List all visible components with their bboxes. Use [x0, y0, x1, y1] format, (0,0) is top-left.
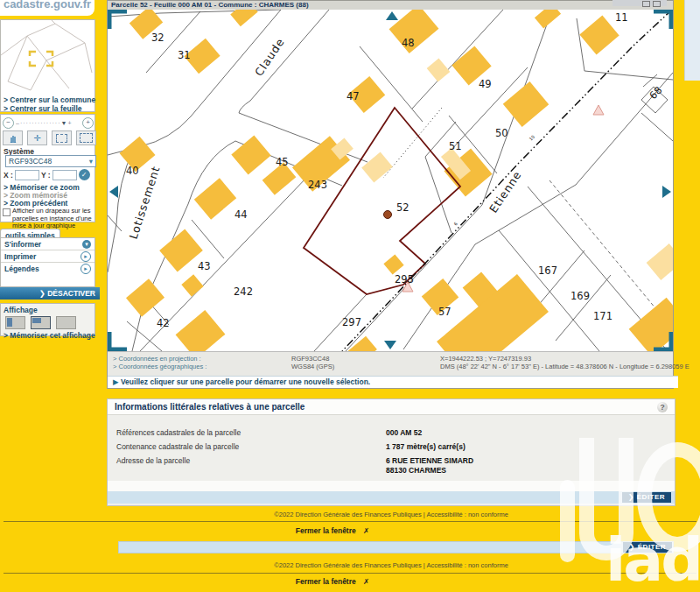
legendes-label: Légendes	[4, 264, 39, 273]
contenance-label: Contenance cadastrale de la parcelle	[116, 442, 239, 451]
parcel-label-45: 45	[276, 156, 289, 168]
coords-geo-label: > Coordonnées géographiques :	[113, 363, 206, 370]
parcel-label-51: 51	[449, 140, 462, 152]
parcel-label-167: 167	[538, 264, 557, 277]
minimap-panel: > Centrer sur la commune > Centrer sur l…	[0, 19, 95, 112]
parcel-label-50: 50	[495, 127, 508, 139]
selection-point-marker	[384, 211, 392, 219]
adresse-value-line1: 6 RUE ETIENNE SIMARD	[386, 456, 473, 465]
parcel-label-297: 297	[342, 316, 361, 328]
parcel-label-42: 42	[157, 317, 170, 329]
parcel-label-243: 243	[308, 179, 327, 191]
window-controls-strip	[612, 0, 667, 6]
parcel-label-295: 295	[395, 273, 414, 285]
ref-value: 000 AM 52	[386, 428, 422, 437]
x-input[interactable]	[15, 170, 39, 180]
coords-geo-system: WGS84 (GPS)	[291, 363, 334, 370]
parcel-label-11: 11	[615, 11, 628, 24]
accordion-sinformer[interactable]: S'informer ▾	[1, 238, 94, 250]
goto-xy-button[interactable]: ✓	[79, 169, 90, 180]
minimap[interactable]	[1, 20, 94, 92]
expand-icon[interactable]: ▸	[80, 264, 91, 274]
affichage-title: Affichage	[1, 304, 94, 314]
close-icon[interactable]: ✗	[363, 577, 369, 586]
accordion-panel: S'informer ▾ Imprimer ▸ Légendes ▸	[0, 237, 95, 287]
cadastre-map[interactable]: 3231484749115051684540243524443242422952…	[108, 10, 673, 351]
editer-button-2[interactable]: ❯ ÉDITER	[623, 542, 672, 553]
zoom-out-icon[interactable]: −	[3, 117, 14, 129]
affichage-panel: Affichage > Mémoriser cet affichage	[0, 303, 95, 336]
coords-proj-system: RGF93CC48	[291, 355, 329, 363]
memorize-display-link[interactable]: > Mémoriser cet affichage	[1, 331, 94, 340]
adresse-label: Adresse de la parcelle	[116, 456, 190, 465]
help-icon[interactable]: ?	[657, 402, 668, 412]
coords-geo-value: DMS (48° 22' 42" N - 6° 17' 53" E) - Lat…	[440, 363, 690, 370]
parcel-label-169: 169	[570, 290, 590, 302]
system-value: RGF93CC48	[9, 157, 52, 166]
parcel-label-52: 52	[396, 201, 410, 214]
coords-proj-label: > Coordonnées en projection :	[113, 355, 201, 363]
parcel-label-49: 49	[479, 78, 492, 90]
chevron-down-icon: ▾	[89, 157, 93, 166]
tools-panel: − –··············▼+ + ✛ Système RGF93CC4…	[0, 114, 95, 222]
parcel-label-171: 171	[593, 310, 612, 322]
layout-thumb-2[interactable]	[31, 316, 51, 329]
accordion-imprimer[interactable]: Imprimer ▸	[1, 250, 94, 263]
map-message: Veuillez cliquer sur une parcelle pour d…	[121, 377, 370, 386]
contenance-value: 1 787 mètre(s) carré(s)	[386, 442, 466, 451]
parcel-label-32: 32	[151, 32, 164, 44]
copyright-text-2: ©2022 Direction Générale des Finances Pu…	[107, 561, 676, 569]
y-label: Y :	[41, 171, 51, 180]
site-logo[interactable]: cadastre.gouv.fr	[0, 0, 94, 16]
adresse-value-line2: 88130 CHARMES	[386, 466, 446, 475]
zoom-in-icon[interactable]: +	[82, 117, 94, 129]
accordion-legendes[interactable]: Légendes ▸	[1, 263, 94, 274]
ref-label: Références cadastrales de la parcelle	[116, 428, 241, 437]
close-icon[interactable]: ✗	[363, 526, 369, 535]
map-window: Parcelle 52 - Feuille 000 AM 01 - Commun…	[107, 0, 674, 389]
info-panel-title: Informations littérales relatives à une …	[108, 399, 675, 415]
zoom-rect-tool[interactable]	[52, 130, 72, 145]
second-editer-strip	[118, 541, 674, 553]
parcel-label-44: 44	[234, 208, 248, 221]
parcel-label-47: 47	[346, 90, 360, 102]
extent-tool[interactable]	[76, 130, 96, 145]
layout-thumb-3[interactable]	[56, 316, 76, 329]
close-window-link-2[interactable]: Fermer la fenêtre ✗	[0, 577, 665, 586]
arrow-right-icon: ▶	[113, 377, 121, 386]
parcel-label-48: 48	[402, 37, 415, 49]
system-select[interactable]: RGF93CC48 ▾	[5, 155, 96, 167]
parcel-label-57: 57	[438, 306, 452, 318]
chevron-right-icon: ❯	[39, 289, 47, 298]
pan-hand-tool[interactable]	[3, 130, 23, 145]
imprimer-label: Imprimer	[4, 252, 36, 261]
window-restore-icon[interactable]	[642, 1, 650, 7]
desactiver-button[interactable]: ❯ DÉSACTIVER	[0, 287, 100, 300]
parcel-label-31: 31	[178, 49, 191, 61]
center-tool[interactable]: ✛	[27, 130, 47, 145]
window-close-icon[interactable]	[653, 1, 661, 7]
editer-button[interactable]: ❯ ÉDITER	[622, 492, 671, 503]
expand-icon[interactable]: ▸	[80, 251, 91, 262]
parcel-info-panel: Informations littérales relatives à une …	[107, 398, 676, 506]
flag-checkbox[interactable]	[3, 208, 10, 216]
center-commune-link[interactable]: > Centrer sur la commune	[1, 95, 94, 104]
close-window-link[interactable]: Fermer la fenêtre ✗	[0, 526, 665, 535]
parcel-label-40: 40	[126, 165, 139, 177]
underlying-page-sliver	[684, 0, 700, 81]
collapse-icon[interactable]: ▾	[82, 240, 91, 249]
parcel-label-242: 242	[234, 285, 253, 298]
zoom-slider[interactable]: –··············▼+	[16, 120, 80, 126]
x-label: X :	[4, 171, 13, 180]
sinformer-label: S'informer	[4, 240, 41, 249]
layout-thumb-1[interactable]	[5, 316, 25, 329]
copyright-text: ©2022 Direction Générale des Finances Pu…	[107, 511, 676, 518]
parcel-label-43: 43	[198, 260, 211, 272]
center-feuille-link[interactable]: > Centrer sur la feuille	[1, 104, 94, 113]
coords-proj-value: X=1944222.53 ; Y=7247319.93	[440, 355, 531, 363]
y-input[interactable]	[52, 170, 77, 180]
